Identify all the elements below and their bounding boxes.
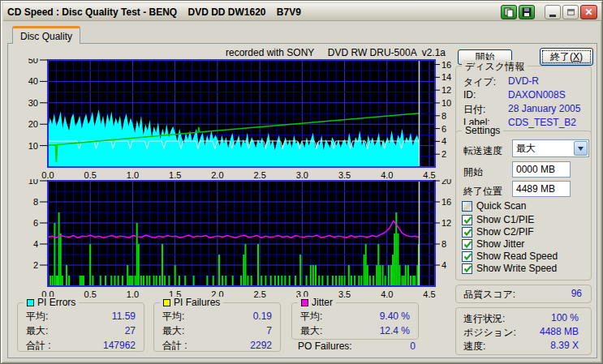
checkbox-show-read-speed[interactable]: Show Read Speed [462,251,558,262]
stat-row: 平均:0.19 [154,309,280,323]
settings-title: Settings [462,125,503,136]
svg-text:10: 10 [441,98,451,108]
maximize-icon [567,9,575,15]
copy-button[interactable] [501,5,517,19]
stat-box-jitter: Jitter 平均:9.40 %最大:12.4 % [291,302,419,340]
svg-text:12: 12 [441,85,451,95]
svg-text:6: 6 [33,218,38,228]
speed-combobox[interactable]: 最大 [512,139,589,157]
svg-text:4: 4 [33,239,38,249]
svg-text:16: 16 [441,60,451,70]
checkbox-label: Show Jitter [476,238,524,250]
po-failures-label: PO Failures: [298,340,352,352]
start-pos-input[interactable]: 0000 MB [512,161,571,178]
end-pos-input[interactable]: 4489 MB [512,181,571,197]
disc-info-value: DAXON008S [508,89,566,101]
stat-row: 最大:12.4 % [292,323,418,338]
close-icon: ✕ [584,6,592,18]
svg-text:4: 4 [441,136,446,146]
exit-button[interactable]: 終了(X) [540,48,593,66]
svg-text:50: 50 [28,58,38,65]
checkbox-show-c2-pif[interactable]: Show C2/PIF [462,226,534,238]
stat-row: 合計 :147962 [18,338,144,353]
save-icon [522,7,532,17]
stat-box-title: Jitter [298,297,336,308]
progress-value: 100 % [504,312,579,323]
disc-info-value: 28 January 2005 [508,103,580,114]
svg-text:0.5: 0.5 [84,289,97,299]
progress-label: 速度: [463,340,485,353]
end-pos-value: 4489 MB [516,183,555,195]
disc-info-label: 日付: [463,103,485,117]
disc-info-value: DVD-R [508,75,539,87]
pi-errors-chart: 10203040502468101214160.00.51.01.52.02.5… [15,58,470,180]
svg-text:12: 12 [441,218,451,228]
recorder-info-text: recorded with SONY DVD RW DRU-500A v2.1a [1,47,446,58]
progress-value: 4488 MB [504,326,579,337]
minimize-icon [549,15,556,17]
stat-box-pi-errors: PI Errors 平均:11.59最大:27合計 :147962 [17,302,144,352]
end-pos-label: 終了位置 [463,185,502,199]
minimize-button[interactable] [545,5,561,19]
speed-label: 転送速度 [463,144,502,158]
svg-text:20: 20 [28,119,38,129]
checkbox-label: Show C1/PIE [476,214,534,225]
svg-text:3.5: 3.5 [338,289,351,299]
svg-text:30: 30 [28,98,38,108]
checkbox-box[interactable] [462,239,472,250]
checkbox-box[interactable] [462,227,472,238]
maximize-button[interactable] [562,5,579,19]
svg-text:2: 2 [33,260,38,270]
svg-text:2: 2 [441,149,446,159]
chevron-down-icon[interactable] [574,141,588,156]
checkbox-box[interactable] [462,201,472,212]
svg-text:10: 10 [28,179,38,186]
stat-row: 平均:11.59 [18,309,144,323]
svg-text:2.5: 2.5 [253,289,265,299]
exit-button-label: 終了(X) [550,50,583,64]
svg-text:20: 20 [441,179,451,186]
close-button[interactable]: ✕ [580,5,597,19]
stat-row: 最大:7 [154,323,280,338]
svg-text:4.0: 4.0 [381,289,393,299]
svg-text:40: 40 [28,76,38,86]
progress-label: 進行状況: [463,312,505,326]
tab-disc-quality[interactable]: Disc Quality [12,26,80,44]
window-title: CD Speed : Disc Quality Test - BENQ DVD … [7,6,499,18]
tab-label: Disc Quality [20,31,72,42]
checkbox-show-jitter[interactable]: Show Jitter [462,238,524,250]
checkbox-show-c1-pie[interactable]: Show C1/PIE [462,214,534,225]
pi-errors-legend-swatch [27,299,34,306]
start-pos-value: 0000 MB [516,164,555,175]
svg-text:14: 14 [441,72,451,82]
checkbox-label: Show Write Speed [476,263,557,274]
stat-row: 合計 :2292 [154,338,280,353]
disc-info-label: ID: [463,89,476,101]
checkbox-show-write-speed[interactable]: Show Write Speed [462,263,557,274]
po-failures-row: PO Failures: 0 [298,340,416,352]
start-pos-label: 開始 [463,165,483,179]
checkbox-box[interactable] [462,215,472,225]
svg-text:8: 8 [441,111,446,121]
svg-text:6: 6 [441,124,446,134]
svg-text:10: 10 [28,141,38,151]
pi-failures-chart: 246810481216200.00.51.01.52.02.53.03.54.… [15,179,470,302]
stat-row: 最大:27 [18,323,144,338]
checkbox-label: Quick Scan [476,200,526,212]
app-window: CD Speed : Disc Quality Test - BENQ DVD … [0,0,603,364]
checkbox-label: Show Read Speed [476,251,558,262]
checkbox-quick-scan[interactable]: Quick Scan [462,200,526,212]
disc-info-title: ディスク情報 [462,60,528,74]
jitter-legend-swatch [301,299,308,306]
disc-info-value: CDS_TEST_B2 [508,117,576,128]
checkbox-label: Show C2/PIF [476,226,534,238]
title-bar[interactable]: CD Speed : Disc Quality Test - BENQ DVD … [3,3,601,21]
progress-value: 8.39 X [504,340,579,351]
checkbox-box[interactable] [462,251,472,262]
checkbox-box[interactable] [462,263,472,274]
disc-info-label: タイプ: [463,75,496,89]
svg-text:4: 4 [441,260,446,270]
svg-text:16: 16 [441,197,451,207]
save-button[interactable] [519,5,535,19]
po-failures-value: 0 [410,340,416,352]
